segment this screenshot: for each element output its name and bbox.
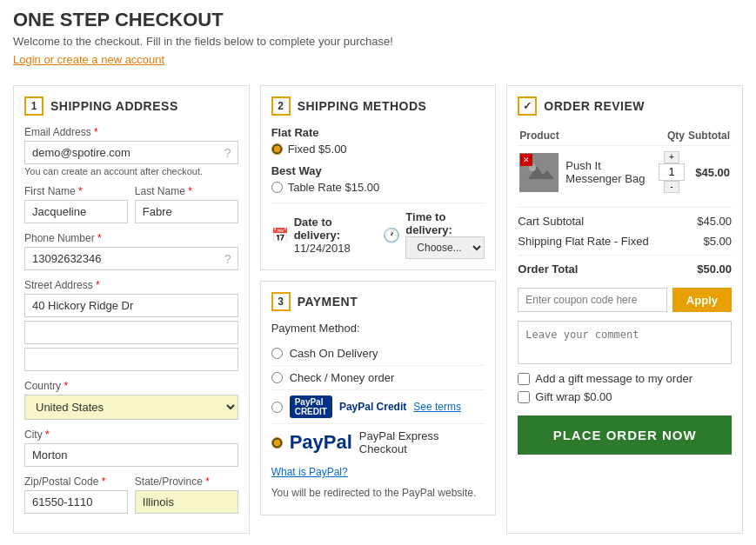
date-label: Date to delivery: <box>294 216 366 242</box>
paypal-credit-logo: PayPalCREDIT <box>290 395 332 418</box>
shipping-value: $5.00 <box>703 235 732 248</box>
state-input[interactable] <box>135 490 238 514</box>
first-name-label: First Name * <box>24 185 128 197</box>
gift-wrap-label: Gift wrap $0.00 <box>535 390 612 403</box>
qty-input[interactable] <box>659 163 685 181</box>
last-name-label: Last Name * <box>135 185 238 197</box>
login-link[interactable]: Login or create a new account <box>13 53 164 66</box>
gift-message-row: Add a gift message to my order <box>518 372 732 385</box>
best-way-option: Table Rate $15.00 <box>288 181 380 194</box>
cash-option: Cash On Delivery <box>290 347 378 360</box>
order-total-row: Order Total $50.00 <box>518 259 732 279</box>
cash-radio[interactable] <box>271 348 283 359</box>
street-label: Street Address * <box>24 279 238 291</box>
gift-message-label: Add a gift message to my order <box>535 372 692 385</box>
zip-label: Zip/Postal Code * <box>24 475 128 488</box>
comment-textarea[interactable] <box>518 321 732 364</box>
product-thumbnail: ✕ <box>519 153 559 192</box>
phone-help-icon[interactable]: ? <box>224 252 231 266</box>
see-terms-link[interactable]: See terms <box>413 401 461 413</box>
gift-message-checkbox[interactable] <box>518 373 530 385</box>
order-table: Product Qty Subtotal ✕ <box>518 126 732 198</box>
apply-button[interactable]: Apply <box>672 288 732 312</box>
city-label: City * <box>24 429 238 441</box>
shipping-row: Shipping Flat Rate - Fixed $5.00 <box>518 231 732 251</box>
email-input[interactable] <box>24 141 238 164</box>
table-row: ✕ Push It Messenger Bag <box>518 146 732 199</box>
step-badge-3: 3 <box>271 292 291 311</box>
paypal-credit-text: PayPal Credit <box>339 401 406 413</box>
date-value: 11/24/2018 <box>294 242 366 255</box>
email-helper: You can create an account after checkout… <box>24 166 238 176</box>
place-order-button[interactable]: PLACE ORDER NOW <box>518 415 732 455</box>
flat-rate-option: Fixed $5.00 <box>288 143 347 156</box>
product-price: $45.00 <box>686 146 732 199</box>
step-badge-check: ✓ <box>518 96 537 116</box>
payment-section: 3 PAYMENT Payment Method: Cash On Delive… <box>260 281 497 515</box>
qty-control: + - <box>659 151 685 193</box>
payment-method-label: Payment Method: <box>271 322 485 335</box>
qty-increase-btn[interactable]: + <box>664 151 679 163</box>
product-name: Push It Messenger Bag <box>565 159 655 185</box>
page-subtitle: Welcome to the checkout. Fill in the fie… <box>13 35 743 48</box>
coupon-input[interactable] <box>518 288 667 312</box>
paypal-express-text: PayPal Express Checkout <box>359 429 485 455</box>
shipping-address-section: 1 SHIPPING ADDRESS Email Address * ? You… <box>13 85 250 534</box>
shipping-label: Shipping Flat Rate - Fixed <box>518 235 648 248</box>
cart-subtotal-row: Cart Subtotal $45.00 <box>518 211 732 231</box>
clock-icon: 🕐 <box>383 227 400 243</box>
country-label: Country * <box>24 380 238 392</box>
street2-input[interactable] <box>24 321 238 344</box>
shipping-address-title: SHIPPING ADDRESS <box>50 99 178 113</box>
remove-product-btn[interactable]: ✕ <box>520 154 532 166</box>
check-radio[interactable] <box>271 372 283 383</box>
col-product: Product <box>518 126 657 146</box>
page-title: ONE STEP CHECKOUT <box>13 9 743 31</box>
col-subtotal: Subtotal <box>686 126 732 146</box>
flat-rate-title: Flat Rate <box>271 126 485 139</box>
order-review-section: ✓ ORDER REVIEW Product Qty Subtotal ✕ <box>506 85 743 534</box>
gift-wrap-row: Gift wrap $0.00 <box>518 390 732 403</box>
paypal-credit-radio[interactable] <box>271 402 283 413</box>
paypal-logo-icon: PayPal <box>290 431 352 454</box>
qty-decrease-btn[interactable]: - <box>664 181 679 193</box>
flat-rate-radio[interactable] <box>271 143 283 155</box>
last-name-input[interactable] <box>135 200 238 223</box>
zip-input[interactable] <box>24 490 128 514</box>
time-label: Time to delivery: <box>405 210 485 236</box>
cart-subtotal-value: $45.00 <box>697 215 732 228</box>
coupon-row: Apply <box>518 288 732 312</box>
middle-column: 2 SHIPPING METHODS Flat Rate Fixed $5.00… <box>260 85 497 534</box>
shipping-methods-section: 2 SHIPPING METHODS Flat Rate Fixed $5.00… <box>260 85 497 270</box>
whats-paypal-link[interactable]: What is PayPal? <box>271 466 348 478</box>
phone-input[interactable] <box>24 247 238 270</box>
time-select[interactable]: Choose... Morning Afternoon Evening <box>405 236 485 259</box>
order-review-title: ORDER REVIEW <box>544 99 645 113</box>
state-label: State/Province * <box>135 475 238 488</box>
order-total-label: Order Total <box>518 263 578 276</box>
calendar-icon: 📅 <box>271 227 289 243</box>
street-input[interactable] <box>24 294 238 317</box>
first-name-input[interactable] <box>24 200 128 223</box>
shipping-methods-title: SHIPPING METHODS <box>298 99 427 113</box>
gift-wrap-checkbox[interactable] <box>518 391 530 403</box>
check-option: Check / Money order <box>290 371 395 384</box>
payment-title: PAYMENT <box>298 295 358 309</box>
step-badge-1: 1 <box>24 96 43 116</box>
step-badge-2: 2 <box>271 96 291 116</box>
product-info: ✕ Push It Messenger Bag <box>519 153 655 192</box>
paypal-redirect-text: You will be redirected to the PayPal web… <box>271 487 477 499</box>
order-total-value: $50.00 <box>697 263 732 276</box>
country-select[interactable]: United States <box>24 395 238 420</box>
best-way-radio[interactable] <box>271 182 283 193</box>
street3-input[interactable] <box>24 348 238 371</box>
cart-subtotal-label: Cart Subtotal <box>518 215 584 228</box>
paypal-express-radio[interactable] <box>271 437 283 449</box>
col-qty: Qty <box>657 126 686 146</box>
phone-label: Phone Number * <box>24 232 238 244</box>
best-way-title: Best Way <box>271 164 485 177</box>
help-icon[interactable]: ? <box>224 146 231 160</box>
city-input[interactable] <box>24 443 238 467</box>
email-label: Email Address * <box>24 126 238 138</box>
